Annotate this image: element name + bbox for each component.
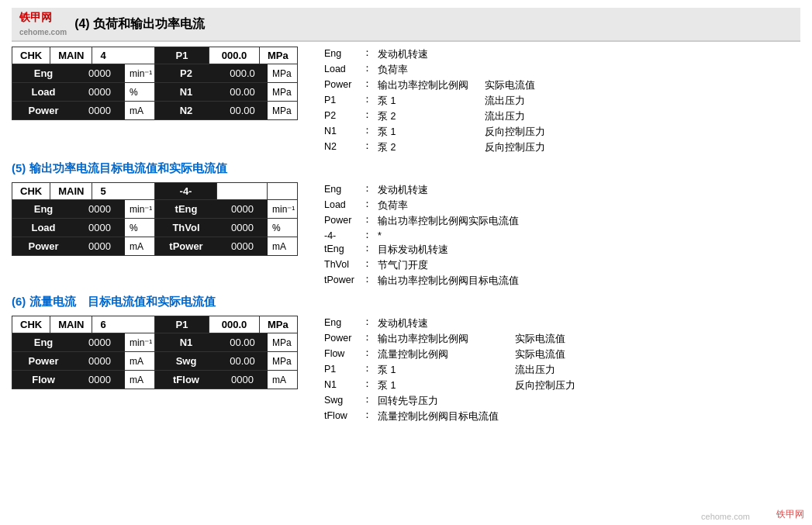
eng6-value: 0000 <box>74 333 125 351</box>
tflow-6-unit: mA <box>268 371 297 389</box>
swg-6-label: Swg <box>155 352 217 370</box>
flow6-label: Flow <box>12 371 74 389</box>
thvol5-label: ThVol <box>155 219 217 237</box>
watermark-logo: 铁甲网 <box>776 508 804 521</box>
power6-unit: mA <box>125 353 154 370</box>
tflow-6-value: 0000 <box>217 371 268 389</box>
section4-left-panel: CHK MAIN 4 Eng 0000 min⁻¹ Load 0000 % <box>12 47 155 120</box>
p1-6-val-header: 000.0 <box>209 316 260 333</box>
power5-unit: mA <box>125 238 154 255</box>
eng5-value: 0000 <box>74 200 125 218</box>
eng6-unit: min⁻¹ <box>125 334 154 351</box>
chk-label: CHK <box>12 47 50 64</box>
flow6-value: 0000 <box>74 371 125 389</box>
n2-value: 00.00 <box>217 102 268 119</box>
n1-value: 00.00 <box>217 83 268 101</box>
power-label: Power <box>12 102 74 119</box>
legend-key: P1 <box>321 93 360 109</box>
flow6-unit: mA <box>125 371 154 389</box>
legend5-key: Eng <box>321 182 360 198</box>
section4-legend: Eng：发动机转速 Load：负荷率 Power：输出功率控制比例阀 实际电流值… <box>321 47 548 155</box>
p2-unit: MPa <box>268 65 297 82</box>
n1-6-value: 00.00 <box>217 333 268 351</box>
dash4-unit-header <box>268 183 283 199</box>
load-label: Load <box>12 83 74 101</box>
swg-6-value: 00.00 <box>217 352 268 370</box>
legend5-key: Power <box>321 213 360 229</box>
eng6-label: Eng <box>12 333 74 351</box>
thvol5-value: 0000 <box>217 219 268 237</box>
dash4-header: -4- <box>155 183 217 199</box>
legend5-key: tEng <box>321 242 360 257</box>
chk6-label: CHK <box>12 316 50 333</box>
section6-right-panel: P1 000.0 MPa N1 00.00 MPa Swg 00.00 MPa <box>154 316 298 389</box>
num6-label: 6 <box>92 316 113 333</box>
legend-key: Eng <box>321 47 360 62</box>
tpower5-label: tPower <box>155 237 217 255</box>
n2-label: N2 <box>155 102 217 119</box>
section4-right-panel: P1 000.0 MPa P2 000.0 MPa N1 00.00 MPa <box>154 47 298 120</box>
eng5-unit: min⁻¹ <box>125 201 154 218</box>
legend-key: N1 <box>321 124 360 140</box>
p1-val-header: 000.0 <box>209 47 260 64</box>
section6-left-panel: CHK MAIN 6 Eng 0000 min⁻¹ Power 0000 mA <box>12 316 155 389</box>
legend-key: N2 <box>321 140 360 155</box>
main6-label: MAIN <box>50 316 92 333</box>
legend5-key: tPower <box>321 273 360 288</box>
legend6-key: Power <box>321 331 360 347</box>
watermark-sub: cehome.com <box>701 512 750 521</box>
chk5-label: CHK <box>12 183 50 199</box>
thvol5-unit: % <box>268 219 297 237</box>
logo: 铁甲网cehome.com <box>19 11 67 37</box>
tpower5-unit: mA <box>268 238 297 255</box>
page-title: (4) 负荷和输出功率电流 <box>74 16 205 33</box>
n1-unit: MPa <box>268 84 297 101</box>
p2-label: P2 <box>155 64 217 82</box>
load5-unit: % <box>125 219 154 237</box>
p1-6-header: P1 <box>155 316 209 333</box>
teng5-unit: min⁻¹ <box>268 201 297 218</box>
teng5-label: tEng <box>155 200 217 218</box>
section5-right-panel: -4- tEng 0000 min⁻¹ ThVol 0000 % <box>154 182 298 256</box>
power-unit: mA <box>125 102 154 119</box>
legend6-key: N1 <box>321 378 360 393</box>
legend6-key: P1 <box>321 362 360 378</box>
p1-6-unit-header: MPa <box>260 316 296 333</box>
section5-legend: Eng：发动机转速 Load：负荷率 Power：输出功率控制比例阀实际电流值 … <box>321 182 528 288</box>
eng5-label: Eng <box>12 200 74 218</box>
section5-left-panel: CHK MAIN 5 Eng 0000 min⁻¹ Load 0000 % <box>12 182 155 256</box>
section5-title: (5) 输出功率电流目标电流值和实际电流值 <box>12 161 800 176</box>
n1-6-unit: MPa <box>268 334 297 351</box>
load5-label: Load <box>12 219 74 237</box>
power6-value: 0000 <box>74 352 125 370</box>
n1-label: N1 <box>155 83 217 101</box>
n2-unit: MPa <box>268 102 297 119</box>
load-value: 0000 <box>74 83 125 101</box>
legend5-key: -4- <box>321 229 360 242</box>
num5-label: 5 <box>92 183 113 199</box>
legend6-key: Flow <box>321 347 360 362</box>
tflow-6-label: tFlow <box>155 371 217 389</box>
section6-title: (6) 流量电流 目标电流值和实际电流值 <box>12 295 800 309</box>
legend5-key: ThVol <box>321 257 360 273</box>
swg-6-unit: MPa <box>268 353 297 370</box>
power-value: 0000 <box>74 102 125 119</box>
p2-value: 000.0 <box>217 64 268 82</box>
eng-value: 0000 <box>74 64 125 82</box>
legend-key: Power <box>321 78 360 93</box>
power5-label: Power <box>12 237 74 255</box>
eng-unit: min⁻¹ <box>125 65 154 82</box>
num-label: 4 <box>92 47 113 64</box>
load5-value: 0000 <box>74 219 125 237</box>
legend-key: P2 <box>321 109 360 124</box>
legend6-key: Eng <box>321 316 360 331</box>
load-unit: % <box>125 84 154 101</box>
n1-6-label: N1 <box>155 333 217 351</box>
power5-value: 0000 <box>74 237 125 255</box>
teng5-value: 0000 <box>217 200 268 218</box>
main5-label: MAIN <box>50 183 92 199</box>
tpower5-value: 0000 <box>217 237 268 255</box>
p1-unit-header: MPa <box>260 47 296 64</box>
dash4-val-header <box>217 183 268 199</box>
legend5-key: Load <box>321 198 360 213</box>
